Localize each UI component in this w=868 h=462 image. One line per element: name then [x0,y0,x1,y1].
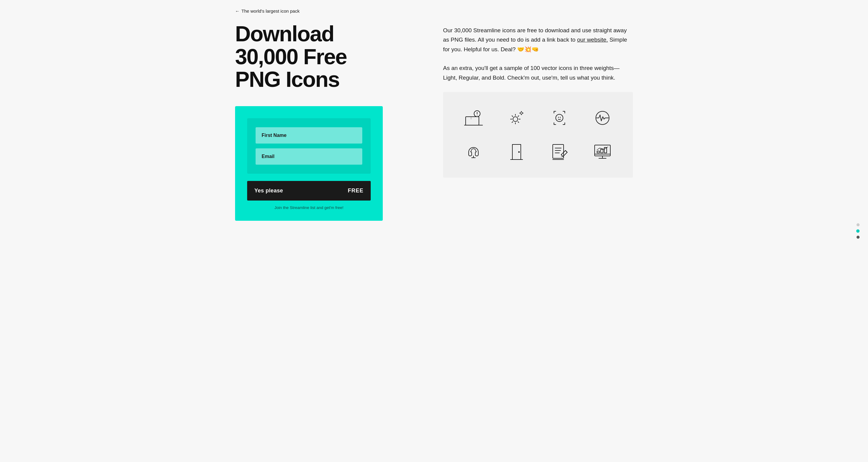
svg-point-4 [477,115,477,115]
icon-ai-headset [455,141,492,163]
description-para2: As an extra, you'll get a sample of 100 … [443,63,633,82]
left-column: Download 30,000 Free PNG Icons Yes pleas… [235,23,425,221]
icon-edit-document [541,141,578,163]
form-note: Join the Streamline list and get'm free! [247,205,371,210]
scroll-dot-3 [857,236,860,239]
icons-grid [455,107,621,163]
submit-button[interactable]: Yes please FREE [247,181,371,201]
form-inner [247,118,371,174]
first-name-field[interactable] [255,127,362,144]
page-title: Download 30,000 Free PNG Icons [235,23,425,91]
icon-heartbeat [584,107,621,129]
icon-settings-cog [498,107,535,129]
svg-point-7 [556,114,563,121]
back-link[interactable]: ← The world's largest icon pack [235,8,300,13]
email-input[interactable] [255,148,362,165]
description-block: Our 30,000 Streamline icons are free to … [443,26,633,82]
main-grid: Download 30,000 Free PNG Icons Yes pleas… [235,23,633,221]
description-para1: Our 30,000 Streamline icons are free to … [443,26,633,54]
submit-badge: FREE [348,187,364,194]
icon-analytics-screen [584,141,621,163]
scroll-dot-2 [856,230,860,233]
svg-point-6 [513,117,518,121]
website-link[interactable]: our website. [577,36,608,43]
first-name-input[interactable] [255,127,362,144]
right-column: Our 30,000 Streamline icons are free to … [443,23,633,178]
svg-point-8 [558,117,559,118]
back-label: The world's largest icon pack [241,8,300,13]
scroll-indicator [856,224,860,239]
back-navigation[interactable]: ← The world's largest icon pack [235,0,633,23]
svg-line-16 [565,150,567,152]
scroll-dot-1 [857,224,860,227]
back-arrow: ← [235,8,240,13]
icons-section [443,92,633,178]
form-card: Yes please FREE Join the Streamline list… [235,106,383,221]
svg-rect-14 [553,144,564,158]
email-field[interactable] [255,148,362,165]
svg-point-9 [560,117,561,118]
icon-face-scan [541,107,578,129]
svg-rect-25 [597,151,599,153]
submit-label: Yes please [254,187,283,194]
icon-door [498,141,535,163]
svg-point-13 [518,151,520,153]
svg-rect-26 [601,149,603,153]
icon-laptop-alert [455,107,492,129]
svg-rect-0 [466,117,479,125]
